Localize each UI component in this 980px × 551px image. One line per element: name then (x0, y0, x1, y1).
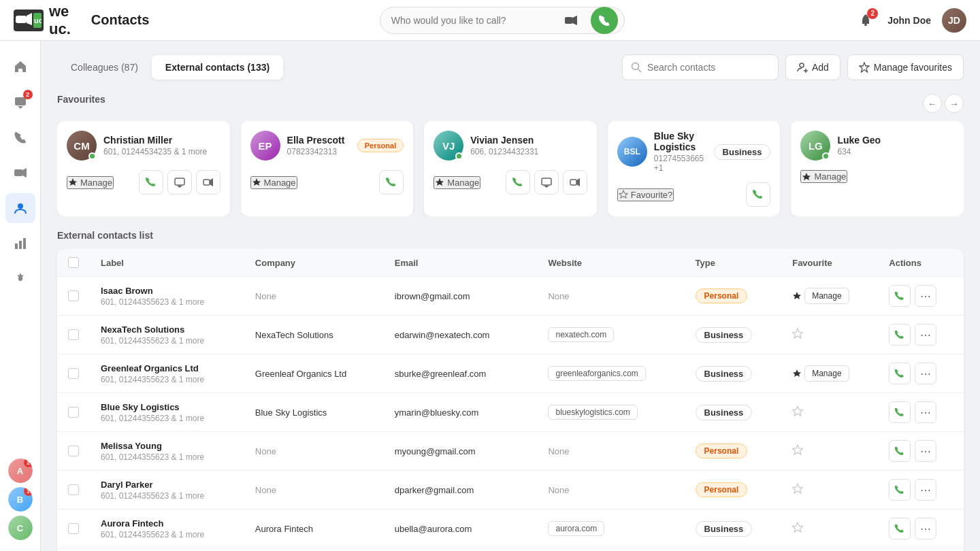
svg-rect-27 (542, 178, 551, 185)
tab-colleagues[interactable]: Colleagues (87) (57, 55, 152, 80)
sidebar-item-settings[interactable] (5, 264, 35, 294)
sidebar-item-contacts[interactable] (5, 193, 35, 223)
contact-type-cell: Business (685, 316, 782, 354)
favourite-manage-button[interactable]: Manage (804, 288, 849, 304)
search-contacts-input[interactable] (647, 62, 770, 73)
favourite-star-button[interactable] (792, 522, 803, 535)
contacts-table-header: Label Company Email Website Type Favouri… (57, 249, 964, 277)
contact-email: sburke@greenleaf.com (395, 369, 487, 379)
svg-rect-11 (15, 244, 18, 249)
fav-vivian-chat-button[interactable] (534, 170, 559, 195)
contact-type-cell: Personal (685, 277, 782, 316)
manage-favourites-button[interactable]: Manage favourites (847, 54, 964, 80)
fav-ella-manage-button[interactable]: Manage (250, 176, 297, 189)
sidebar-item-messages[interactable]: 2 (5, 87, 35, 117)
fav-video-button[interactable] (196, 170, 220, 195)
luke-online-indicator (822, 152, 830, 160)
sidebar-item-phone[interactable] (5, 122, 35, 152)
svg-marker-33 (793, 329, 803, 338)
favourites-header: Favourites ← → (57, 94, 964, 113)
fav-bluesky-call-button[interactable] (746, 182, 770, 207)
fav-luke-manage-button[interactable]: Manage (800, 170, 847, 183)
fav-bluesky-favourite-button[interactable]: Favourite? (617, 188, 674, 201)
fav-vivian-manage-button[interactable]: Manage (434, 176, 480, 189)
svg-rect-22 (175, 178, 184, 185)
favourite-star-button[interactable] (792, 328, 803, 341)
sidebar-item-video[interactable] (5, 158, 35, 188)
call-button-6[interactable] (889, 518, 911, 539)
call-button-3[interactable] (889, 401, 911, 423)
tab-bar: Colleagues (87) External contacts (133) … (57, 54, 964, 80)
col-website: Website (537, 249, 684, 277)
contact-sub: 601, 01244355623 & 1 more (101, 491, 233, 501)
row-checkbox-1[interactable] (68, 329, 79, 340)
row-checkbox-3[interactable] (68, 407, 79, 418)
tab-external-contacts[interactable]: External contacts (133) (152, 55, 283, 80)
row-checkbox-6[interactable] (68, 523, 79, 534)
fav-chat-button[interactable] (167, 170, 192, 195)
contact-label-cell: BrightBloom Studios 601, 01244355623 & 1… (90, 548, 244, 552)
favourite-star-button[interactable] (792, 405, 803, 419)
col-company: Company (244, 249, 384, 277)
sidebar-avatar-1[interactable]: A 2 (8, 458, 33, 483)
call-button-5[interactable] (889, 479, 911, 501)
row-checkbox-2[interactable] (68, 368, 79, 379)
svg-text:uc: uc (34, 16, 42, 24)
contact-company: None (255, 446, 276, 456)
row-checkbox-0[interactable] (68, 290, 79, 301)
sidebar-item-analytics[interactable] (5, 229, 35, 258)
call-button-0[interactable] (889, 285, 911, 307)
user-name-label: John Doe (887, 15, 931, 26)
more-actions-button-2[interactable]: ⋯ (915, 363, 936, 384)
contact-company-cell: Aurora Fintech (244, 510, 384, 548)
tab-actions: Add Manage favourites (622, 54, 964, 80)
add-contact-button[interactable]: Add (785, 54, 840, 80)
row-checkbox-4[interactable] (68, 446, 79, 456)
search-icon (631, 62, 642, 73)
notifications-button[interactable]: 2 (855, 10, 877, 31)
sidebar-avatar-3[interactable]: C (8, 516, 33, 540)
svg-marker-37 (793, 484, 803, 493)
more-actions-button-4[interactable]: ⋯ (915, 440, 936, 462)
more-actions-button-3[interactable]: ⋯ (915, 401, 936, 423)
more-actions-button-5[interactable]: ⋯ (915, 479, 936, 501)
fav-call-button[interactable] (139, 170, 163, 195)
sidebar-item-home[interactable] (5, 52, 35, 82)
more-actions-button-6[interactable]: ⋯ (915, 518, 936, 539)
contact-website-none: None (548, 446, 569, 456)
contact-name: Greenleaf Organics Ltd (101, 363, 233, 373)
row-checkbox-5[interactable] (68, 484, 79, 495)
contact-type-cell: Business (685, 548, 782, 552)
call-button-2[interactable] (889, 363, 911, 384)
more-actions-button-0[interactable]: ⋯ (915, 285, 936, 307)
fav-ella-call-button[interactable] (379, 170, 404, 195)
fav-name-bluesky: Blue Sky Logistics (654, 131, 707, 152)
svg-rect-7 (15, 97, 26, 105)
topbar-right: 2 John Doe JD (855, 8, 966, 33)
phone-call-button[interactable] (591, 7, 618, 34)
contact-website-none: None (548, 485, 569, 495)
nav-arrows: ← → (923, 94, 964, 113)
favourite-manage-button[interactable]: Manage (804, 365, 849, 382)
type-badge: Business (696, 405, 753, 420)
contact-email: edarwin@nexatech.com (395, 330, 490, 340)
call-button-4[interactable] (889, 440, 911, 462)
fav-manage-button[interactable]: Manage (67, 176, 114, 189)
vivian-online-indicator (455, 152, 463, 160)
user-avatar[interactable]: JD (942, 8, 966, 33)
favourite-star-button[interactable] (792, 483, 803, 497)
prev-arrow-button[interactable]: ← (923, 94, 942, 113)
select-all-checkbox[interactable] (68, 257, 79, 268)
fav-vivian-video-button[interactable] (563, 170, 587, 195)
favourites-title: Favourites (57, 94, 105, 105)
video-call-button[interactable] (559, 9, 583, 32)
call-button-1[interactable] (889, 324, 911, 346)
sidebar-avatar-2[interactable]: B 1 (8, 487, 33, 512)
favourite-star-button[interactable] (792, 444, 803, 458)
next-arrow-button[interactable]: → (945, 94, 964, 113)
star-filled-icon (792, 369, 802, 378)
contact-email-cell: ibrown@gmail.com (384, 277, 538, 316)
fav-vivian-call-button[interactable] (506, 170, 530, 195)
more-actions-button-1[interactable]: ⋯ (915, 324, 936, 346)
contact-company-cell: BrightBloom Studios (244, 548, 384, 552)
